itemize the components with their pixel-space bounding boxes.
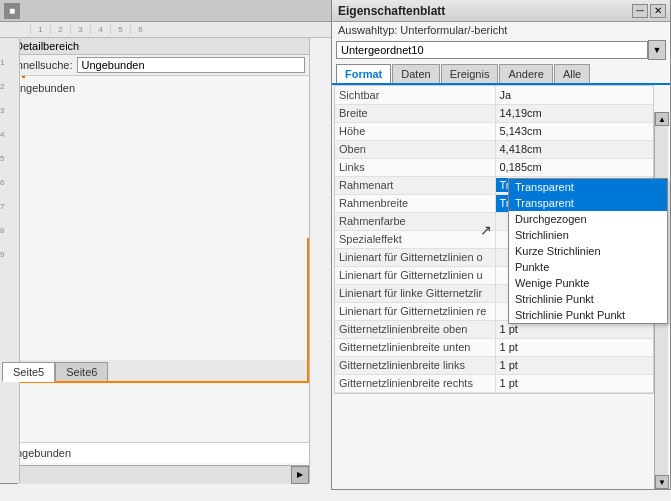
- prop-value-hoehe[interactable]: 5,143cm: [495, 122, 653, 140]
- scroll-track[interactable]: [18, 466, 291, 484]
- dropdown-item-strichlinie-punkt[interactable]: Strichlinie Punkt: [509, 291, 667, 307]
- tab-area: Seite5 Seite6: [0, 360, 309, 383]
- table-row: Höhe 5,143cm: [335, 122, 653, 140]
- v-ruler-6: 6: [0, 178, 19, 187]
- table-row: Breite 14,19cm: [335, 104, 653, 122]
- v-ruler-1: 1: [0, 58, 19, 67]
- scroll-right-btn[interactable]: ▶: [291, 466, 309, 484]
- ruler-mark-1: 1: [30, 25, 50, 34]
- v-ruler-7: 7: [0, 202, 19, 211]
- ruler-mark-5: 5: [110, 25, 130, 34]
- prop-title-bar: Eigenschaftenblatt ─ ✕: [332, 0, 670, 22]
- dropdown-item-transparent2[interactable]: Transparent: [509, 195, 667, 211]
- orange-right-border: [307, 238, 309, 383]
- prop-label-linienart-r: Linienart für Gitternetzlinien re: [335, 302, 495, 320]
- dropdown-item-punkte[interactable]: Punkte: [509, 259, 667, 275]
- prop-tab-ereignis[interactable]: Ereignis: [441, 64, 499, 83]
- prop-label-gitter-oben: Gitternetzlinienbreite oben: [335, 320, 495, 338]
- prop-tab-daten[interactable]: Daten: [392, 64, 439, 83]
- dropdown-popup: Transparent Transparent Durchgezogen Str…: [508, 178, 668, 324]
- app-icon: ■: [4, 3, 20, 19]
- prop-label-rahmenfarbe: Rahmenfarbe: [335, 212, 495, 230]
- v-ruler-2: 2: [0, 82, 19, 91]
- dropdown-item-transparent1[interactable]: Transparent: [509, 179, 667, 195]
- prop-label-oben: Oben: [335, 140, 495, 158]
- v-ruler-marks: 1 2 3 4 5 6 7 8 9: [0, 58, 19, 259]
- prop-close-btn[interactable]: ✕: [650, 4, 666, 18]
- dropdown-item-strichlinie-punkt-punkt[interactable]: Strichlinie Punkt Punkt: [509, 307, 667, 323]
- ruler-mark-3: 3: [70, 25, 90, 34]
- prop-title: Eigenschaftenblatt: [336, 4, 630, 18]
- prop-value-gitter-unten[interactable]: 1 pt: [495, 338, 653, 356]
- h-scrollbar[interactable]: ◀ ▶: [0, 465, 309, 483]
- dropdown-item-durchgezogen[interactable]: Durchgezogen: [509, 211, 667, 227]
- prop-label-linienart-u: Linienart für Gitternetzlinien u: [335, 266, 495, 284]
- prop-value-gitter-links[interactable]: 1 pt: [495, 356, 653, 374]
- table-row: Gitternetzlinienbreite rechts 1 pt: [335, 374, 653, 392]
- prop-label-gitter-links: Gitternetzlinienbreite links: [335, 356, 495, 374]
- table-row: Gitternetzlinienbreite unten 1 pt: [335, 338, 653, 356]
- v-ruler-5: 5: [0, 154, 19, 163]
- prop-dropdown-row: ▼: [332, 38, 670, 62]
- prop-value-links[interactable]: 0,185cm: [495, 158, 653, 176]
- left-panel: ▶ Detailbereich Schnellsuche: Ungebunden…: [0, 38, 310, 483]
- prop-minimize-btn[interactable]: ─: [632, 4, 648, 18]
- prop-tab-andere[interactable]: Andere: [499, 64, 552, 83]
- ruler-mark-2: 2: [50, 25, 70, 34]
- prop-value-oben[interactable]: 4,418cm: [495, 140, 653, 158]
- v-ruler: 1 2 3 4 5 6 7 8 9: [0, 38, 20, 483]
- prop-scroll-up-btn[interactable]: ▲: [655, 112, 669, 126]
- table-row: Links 0,185cm: [335, 158, 653, 176]
- prop-label-gitter-rechts: Gitternetzlinienbreite rechts: [335, 374, 495, 392]
- prop-tabs: Format Daten Ereignis Andere Alle: [332, 64, 670, 85]
- v-ruler-3: 3: [0, 106, 19, 115]
- prop-label-linienart-o: Linienart für Gitternetzlinien o: [335, 248, 495, 266]
- prop-dropdown-input[interactable]: [336, 41, 648, 59]
- prop-label-links: Links: [335, 158, 495, 176]
- detail-label: Detailbereich: [15, 40, 79, 52]
- prop-tab-alle[interactable]: Alle: [554, 64, 590, 83]
- prop-label-spezialeffekt: Spezialeffekt: [335, 230, 495, 248]
- prop-subtitle: Auswahltyp: Unterformular/-bericht: [332, 22, 670, 38]
- table-row: Gitternetzlinienbreite links 1 pt: [335, 356, 653, 374]
- content-label: Ungebunden: [6, 79, 303, 97]
- prop-value-sichtbar[interactable]: Ja: [495, 86, 653, 104]
- prop-label-sichtbar: Sichtbar: [335, 86, 495, 104]
- prop-scroll-down-btn[interactable]: ▼: [655, 475, 669, 489]
- content-area: Ungebunden: [0, 76, 309, 100]
- ruler-marks: 1 2 3 4 5 6: [30, 25, 150, 34]
- table-row: Oben 4,418cm: [335, 140, 653, 158]
- v-ruler-9: 9: [0, 250, 19, 259]
- orange-marker-top: [22, 76, 25, 78]
- tab-seite6[interactable]: Seite6: [55, 362, 108, 382]
- dropdown-item-kurze-strichlinien[interactable]: Kurze Strichlinien: [509, 243, 667, 259]
- prop-dropdown-btn[interactable]: ▼: [648, 40, 666, 60]
- search-bar: Schnellsuche:: [0, 55, 309, 76]
- ruler-mark-6: 6: [130, 25, 150, 34]
- access-window: ■ frmKunden 1 2 3 4 5 6 ▶ Detailbereich …: [0, 0, 671, 501]
- prop-label-rahmenart: Rahmenart: [335, 176, 495, 194]
- prop-tab-format[interactable]: Format: [336, 64, 391, 83]
- tab-seite5[interactable]: Seite5: [2, 362, 55, 382]
- prop-value-breite[interactable]: 14,19cm: [495, 104, 653, 122]
- prop-label-breite: Breite: [335, 104, 495, 122]
- dropdown-item-wenige-punkte[interactable]: Wenige Punkte: [509, 275, 667, 291]
- prop-label-gitter-unten: Gitternetzlinienbreite unten: [335, 338, 495, 356]
- bottom-label: Ungebunden: [6, 445, 303, 461]
- v-ruler-4: 4: [0, 130, 19, 139]
- search-input[interactable]: [77, 57, 306, 73]
- dropdown-item-strichlinien[interactable]: Strichlinien: [509, 227, 667, 243]
- prop-label-hoehe: Höhe: [335, 122, 495, 140]
- ruler-mark-4: 4: [90, 25, 110, 34]
- v-ruler-8: 8: [0, 226, 19, 235]
- detail-section: ▶ Detailbereich: [0, 38, 309, 55]
- prop-label-linienart-l: Linienart für linke Gitternetzlir: [335, 284, 495, 302]
- tab-row: Seite5 Seite6: [0, 360, 309, 383]
- prop-value-gitter-rechts[interactable]: 1 pt: [495, 374, 653, 392]
- prop-label-rahmenbreite: Rahmenbreite: [335, 194, 495, 212]
- table-row: Sichtbar Ja: [335, 86, 653, 104]
- properties-panel: Eigenschaftenblatt ─ ✕ Auswahltyp: Unter…: [331, 0, 671, 490]
